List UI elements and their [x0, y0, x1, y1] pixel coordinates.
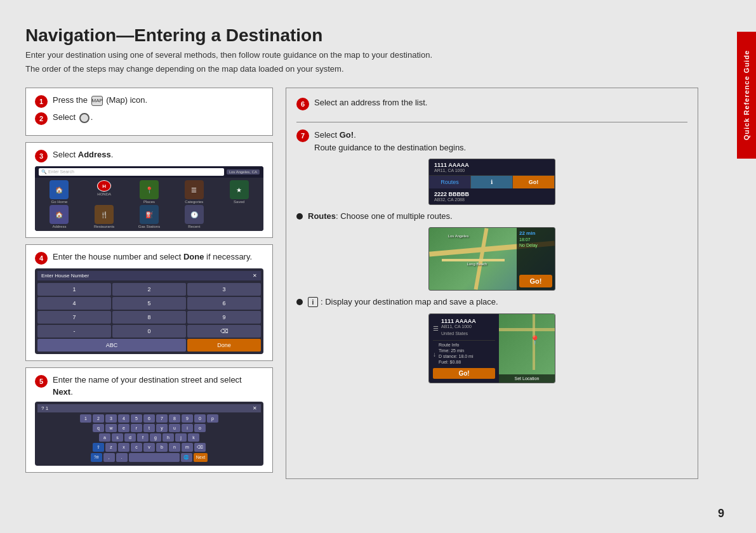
kb-p[interactable]: p [207, 414, 218, 423]
kb-x[interactable]: x [118, 443, 129, 452]
kb-o[interactable]: o [194, 424, 206, 432]
route-screen: 1111 AAAAA AR11, CA 1000 Routes ℹ Go! 22… [428, 159, 555, 205]
step-number-1: 1 [35, 95, 48, 108]
kb-8[interactable]: 8 [169, 414, 180, 423]
kb-9[interactable]: 9 [182, 414, 193, 423]
address-label: Address [52, 225, 66, 228]
kb-u[interactable]: u [169, 424, 180, 432]
routes-button[interactable]: Routes [429, 176, 471, 188]
step1-row: 1 Press the MAP (Map) icon. [35, 95, 263, 108]
dest-fuel: Fuel: $0.88 [439, 360, 473, 364]
kb-i[interactable]: i [182, 424, 193, 432]
numpad-screen: Enter House Number ✕ 1 2 3 4 5 6 7 [35, 268, 263, 354]
kb-7[interactable]: 7 [156, 414, 168, 423]
content-area: Navigation—Entering a Destination Enter … [0, 0, 724, 533]
set-location-btn[interactable]: Set Location [499, 374, 555, 383]
kb-e[interactable]: e [118, 424, 129, 432]
step-number-5: 5 [35, 375, 48, 388]
info-button[interactable]: ℹ [471, 176, 513, 188]
kb-globe[interactable]: 🌐 [181, 453, 192, 462]
kb-d[interactable]: d [124, 433, 136, 442]
step6-section: 6 Select an address from the list. [296, 97, 687, 122]
kb-f[interactable]: f [137, 433, 149, 442]
go-button[interactable]: Go! [513, 176, 555, 188]
numpad-7[interactable]: 7 [37, 311, 111, 324]
kb-c[interactable]: c [131, 443, 142, 452]
map-road-2 [442, 259, 505, 261]
info-icon: i [308, 297, 318, 307]
kb-row-5: ?# , . 🌐 Next [37, 453, 261, 462]
route-item-1: 1111 AAAAA AR11, CA 1000 [429, 159, 555, 176]
numpad-0[interactable]: 0 [112, 325, 186, 338]
step-number-4: 4 [35, 252, 48, 265]
dest-route-block: Route Info Time: 25 min D stance: 18.0 m… [439, 343, 473, 365]
kb-4[interactable]: 4 [118, 414, 129, 423]
right-column: 6 Select an address from the list. 7 Sel… [286, 88, 698, 478]
kb-next[interactable]: Next [194, 453, 208, 462]
map-overlay: 22 min 18:07 No Delay Go! [517, 228, 555, 290]
bullet-info: i: Display your destination map and save… [296, 297, 687, 308]
step6-row: 6 Select an address from the list. [296, 97, 687, 110]
bullet-routes-text: Routes: Choose one of multiple routes. [308, 211, 453, 221]
kb-2[interactable]: 2 [93, 414, 104, 423]
kb-q[interactable]: q [93, 424, 104, 432]
kb-backspace[interactable]: ⌫ [194, 443, 206, 452]
kb-n[interactable]: n [169, 443, 180, 452]
kb-s[interactable]: s [112, 433, 123, 442]
step3-row: 3 Select Address. [35, 149, 263, 162]
kb-z[interactable]: z [105, 443, 117, 452]
kb-0[interactable]: 0 [194, 414, 206, 423]
numpad-5[interactable]: 5 [112, 297, 186, 310]
numpad-abc[interactable]: ABC [37, 339, 186, 352]
kb-m[interactable]: m [182, 443, 193, 452]
kb-6[interactable]: 6 [143, 414, 155, 423]
kb-w[interactable]: w [105, 424, 117, 432]
places-label: Places [143, 200, 155, 204]
bullet-routes: Routes: Choose one of multiple routes. [296, 211, 687, 221]
step-number-6: 6 [296, 98, 309, 110]
kb-5[interactable]: 5 [131, 414, 142, 423]
kb-space[interactable] [129, 453, 180, 462]
kb-row-3: a s d f g h j k [37, 433, 261, 442]
step7-content: Select Go!. Route guidance to the destin… [314, 129, 466, 153]
numpad-2[interactable]: 2 [112, 283, 186, 296]
kb-r[interactable]: r [131, 424, 142, 432]
kb-sym[interactable]: ?# [91, 453, 102, 462]
app-recent: 🕐 Recent [172, 205, 216, 228]
kb-v[interactable]: v [143, 443, 155, 452]
step2-row: 2 Select . [35, 112, 263, 125]
dest-dist: D stance: 18.0 mi [439, 354, 473, 359]
dest-addr1: AB11, CA 1000 [441, 324, 476, 329]
kb-a[interactable]: a [99, 433, 110, 442]
kb-t[interactable]: t [143, 424, 155, 432]
kb-shift[interactable]: ⇧ [93, 443, 104, 452]
dest-map-road-h [499, 328, 555, 331]
numpad-8[interactable]: 8 [112, 311, 186, 324]
kb-b[interactable]: b [156, 443, 168, 452]
numpad-1[interactable]: 1 [37, 283, 111, 296]
map-go-button[interactable]: Go! [519, 275, 552, 287]
page-title: Navigation—Entering a Destination [25, 25, 698, 46]
numpad-4[interactable]: 4 [37, 297, 111, 310]
kb-dot[interactable]: . [116, 453, 128, 462]
kb-y[interactable]: y [156, 424, 168, 432]
route-dest2-addr: AB32, CA 2088 [434, 197, 550, 202]
app-places: 📍 Places [128, 180, 171, 204]
kb-comma[interactable]: , [103, 453, 115, 462]
numpad-3[interactable]: 3 [187, 283, 261, 296]
kb-j[interactable]: j [175, 433, 187, 442]
numpad-dash[interactable]: - [37, 325, 111, 338]
kb-3[interactable]: 3 [105, 414, 117, 423]
numpad-done[interactable]: Done [187, 339, 261, 352]
kb-g[interactable]: g [150, 433, 161, 442]
kb-1[interactable]: 1 [80, 414, 91, 423]
dest-go-button[interactable]: Go! [433, 368, 495, 379]
kb-k[interactable]: k [188, 433, 199, 442]
numpad-9[interactable]: 9 [187, 311, 261, 324]
app-restaurants: 🍴 Restaurants [83, 205, 126, 228]
app-go-home: 🏠 Go Home [37, 180, 81, 204]
dest-name-block: 1111 AAAAA AB11, CA 1000 United States [441, 318, 476, 338]
kb-h[interactable]: h [162, 433, 174, 442]
numpad-6[interactable]: 6 [187, 297, 261, 310]
numpad-backspace[interactable]: ⌫ [187, 325, 261, 338]
